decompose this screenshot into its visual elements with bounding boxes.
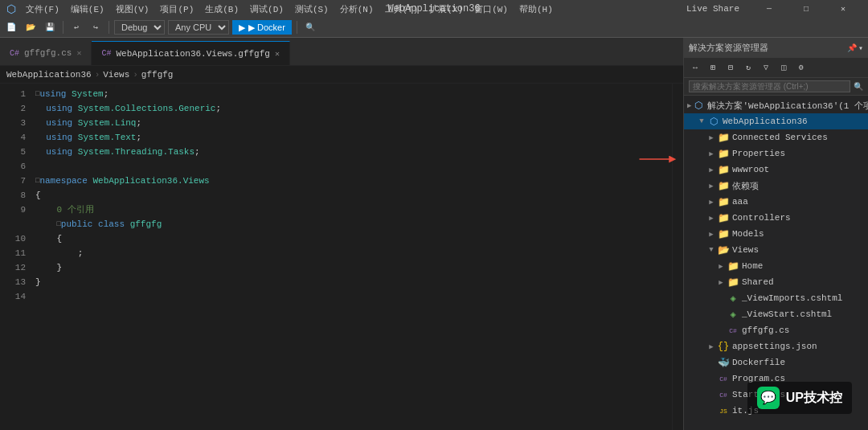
- menu-item[interactable]: 测试(S): [290, 2, 334, 17]
- menu-item[interactable]: 文件(F): [21, 2, 64, 17]
- breadcrumb-part1[interactable]: WebApplication36: [6, 70, 92, 80]
- redo-btn[interactable]: ↪: [88, 20, 104, 35]
- tree-item-program[interactable]: C#Program.cs: [684, 371, 868, 387]
- menu-item[interactable]: 编辑(E): [66, 2, 109, 17]
- tree-item-connected[interactable]: ▶📁Connected Services: [684, 129, 868, 145]
- tree-item-viewimports[interactable]: ◈_ViewImports.cshtml: [684, 290, 868, 306]
- tab-icon-cs: C#: [10, 49, 19, 58]
- panel-settings-btn[interactable]: ⚙: [793, 60, 809, 75]
- tree-item-home[interactable]: ▶📁Home: [684, 258, 868, 274]
- new-file-btn[interactable]: 📄: [3, 20, 19, 35]
- docker-label: ▶ Docker: [248, 23, 285, 33]
- panel-pin-icon[interactable]: 📌: [847, 43, 857, 53]
- debug-mode-dropdown[interactable]: Debug: [114, 20, 165, 35]
- tab-views-gffgfg[interactable]: C# WebApplication36.Views.gffgfg ✕: [92, 41, 289, 65]
- tree-item-solution[interactable]: ▶⬡解决方案'WebApplication36'(1 个项目/共 1 个): [684, 97, 868, 113]
- tab-close-btn[interactable]: ✕: [76, 48, 81, 58]
- tree-label-aaa: aaa: [732, 197, 748, 207]
- tree-item-shared[interactable]: ▶📁Shared: [684, 274, 868, 290]
- menu-item[interactable]: 帮助(H): [514, 2, 558, 17]
- tree-icon-project: ⬡: [708, 116, 719, 127]
- panel-preview-btn[interactable]: ◫: [776, 60, 792, 75]
- tree-item-properties[interactable]: ▶📁Properties: [684, 145, 868, 162]
- panel-title-bar: 解决方案资源管理器 📌 ▾: [684, 38, 868, 58]
- line-number: 7: [6, 174, 26, 188]
- tree-item-aaa[interactable]: ▶📁aaa: [684, 194, 868, 210]
- code-line[interactable]: using System.Collections.Generic;: [35, 101, 672, 116]
- search-btn[interactable]: 🔍: [302, 20, 318, 35]
- tab-close-active-btn[interactable]: ✕: [275, 49, 280, 59]
- code-line[interactable]: □public class gffgfg: [35, 217, 672, 231]
- tree-label-views: Views: [732, 245, 759, 255]
- tree-icon-dockerfile: 🐳: [718, 357, 729, 368]
- line-number: 4: [6, 130, 26, 145]
- tree-item-gffgfg[interactable]: C#gffgfg.cs: [684, 322, 868, 338]
- line-number: 14: [6, 289, 26, 304]
- tree-item-views[interactable]: ▼📂Views: [684, 242, 868, 258]
- panel-expand-btn[interactable]: ⊞: [705, 60, 721, 75]
- docker-run-button[interactable]: ▶ ▶ Docker: [232, 20, 292, 35]
- code-line[interactable]: }: [35, 260, 672, 275]
- code-line[interactable]: 0 个引用: [35, 203, 672, 217]
- panel-chevron-icon[interactable]: ▾: [858, 43, 863, 53]
- breadcrumb-sep2: ›: [133, 70, 138, 80]
- code-line[interactable]: {: [35, 231, 672, 246]
- tree-item-appsettings[interactable]: ▶{}appsettings.json: [684, 338, 868, 354]
- tree-label-controllers: Controllers: [732, 213, 791, 223]
- tree-item-itjs[interactable]: JSit.js: [684, 403, 868, 419]
- tree-item-project[interactable]: ▼⬡WebApplication36: [684, 113, 868, 129]
- tree-icon-views: 📂: [718, 244, 729, 256]
- panel-search-input[interactable]: [689, 80, 850, 92]
- tree-arrow-project: ▼: [697, 117, 706, 125]
- minimize-button[interactable]: ─: [751, 0, 788, 18]
- code-line[interactable]: using System.Text;: [35, 130, 672, 145]
- save-btn[interactable]: 💾: [42, 20, 58, 35]
- tree-item-deps[interactable]: ▶📁依赖项: [684, 178, 868, 194]
- tab-gffgfg-cs[interactable]: C# gffgfg.cs ✕: [0, 41, 92, 65]
- code-content[interactable]: □using System; using System.Collections.…: [29, 84, 672, 430]
- tree-item-wwwroot[interactable]: ▶📁wwwroot: [684, 162, 868, 178]
- menu-item[interactable]: 视图(V): [111, 2, 154, 17]
- breadcrumb-part2[interactable]: Views: [103, 70, 129, 80]
- panel-search-bar: 🔍: [684, 78, 868, 96]
- code-line[interactable]: {: [35, 188, 672, 203]
- tree-label-wwwroot: wwwroot: [732, 165, 769, 174]
- tree-item-controllers[interactable]: ▶📁Controllers: [684, 210, 868, 226]
- tree-item-models[interactable]: ▶📁Models: [684, 226, 868, 242]
- code-line[interactable]: using System.Linq;: [35, 116, 672, 130]
- cpu-dropdown[interactable]: Any CPU: [168, 20, 229, 35]
- undo-btn[interactable]: ↩: [68, 20, 84, 35]
- code-line[interactable]: □namespace WebApplication36.Views: [35, 174, 672, 188]
- maximize-button[interactable]: □: [788, 0, 825, 18]
- code-line[interactable]: using System.Threading.Tasks;: [35, 145, 672, 159]
- code-line[interactable]: ;: [35, 246, 672, 260]
- tree-icon-appsettings: {}: [718, 341, 729, 352]
- tree-item-startup[interactable]: C#Startup.cs: [684, 387, 868, 403]
- tree-item-viewstart[interactable]: ◈_ViewStart.cshtml: [684, 306, 868, 322]
- editor-area: C# gffgfg.cs ✕ C# WebApplication36.Views…: [0, 38, 683, 430]
- panel-filter-btn[interactable]: ▽: [758, 60, 774, 75]
- open-file-btn[interactable]: 📂: [23, 20, 39, 35]
- panel-refresh-btn[interactable]: ↻: [740, 60, 756, 75]
- close-button[interactable]: ✕: [825, 0, 862, 18]
- tree-arrow-properties: ▶: [706, 149, 716, 158]
- panel-search-icon[interactable]: 🔍: [854, 82, 863, 92]
- tree-item-dockerfile[interactable]: 🐳Dockerfile: [684, 354, 868, 371]
- code-line[interactable]: [35, 289, 672, 304]
- scrollbar[interactable]: [672, 84, 683, 430]
- menu-item[interactable]: 调试(D): [245, 2, 289, 17]
- line-number: 11: [6, 246, 26, 260]
- panel-sync-btn[interactable]: ↔: [687, 60, 703, 75]
- tree-label-properties: Properties: [732, 149, 785, 158]
- breadcrumb-part3[interactable]: gffgfg: [141, 70, 174, 80]
- live-share-btn[interactable]: Live Share: [682, 2, 744, 15]
- code-line[interactable]: [35, 159, 672, 174]
- tree-arrow-solution: ▶: [687, 101, 691, 110]
- code-line[interactable]: }: [35, 275, 672, 289]
- code-line[interactable]: □using System;: [35, 87, 672, 101]
- panel-collapse-btn[interactable]: ⊟: [723, 60, 739, 75]
- tree-icon-aaa: 📁: [718, 196, 729, 207]
- menu-item[interactable]: 生成(B): [200, 2, 244, 17]
- menu-item[interactable]: 项目(P): [155, 2, 199, 17]
- menu-item[interactable]: 分析(N): [335, 2, 379, 17]
